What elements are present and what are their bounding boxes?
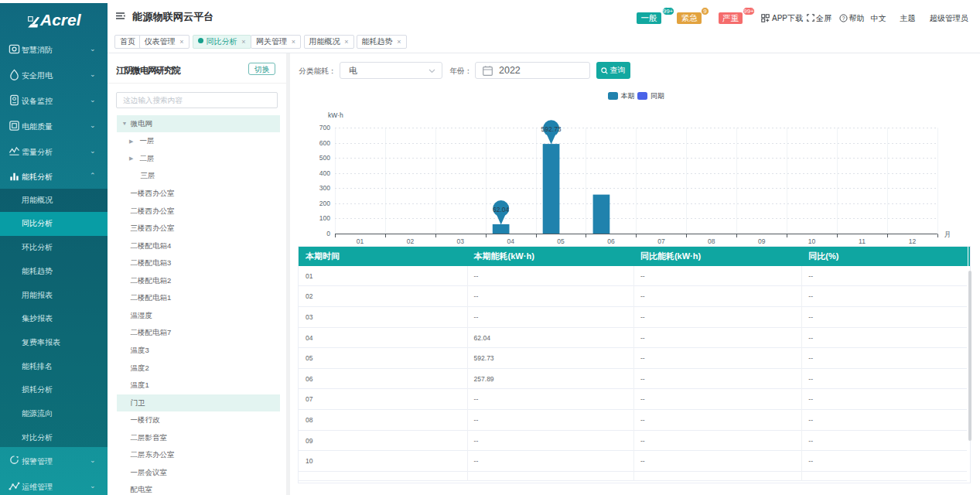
- svg-text:600: 600: [319, 139, 330, 147]
- svg-text:06: 06: [607, 237, 615, 245]
- svg-text:100: 100: [319, 214, 330, 222]
- svg-text:400: 400: [319, 169, 330, 177]
- svg-text:03: 03: [456, 237, 464, 245]
- svg-text:?: ?: [842, 15, 845, 20]
- svg-text:08: 08: [708, 237, 715, 245]
- svg-text:200: 200: [319, 200, 330, 207]
- svg-text:0: 0: [326, 230, 330, 237]
- svg-text:09: 09: [757, 237, 765, 245]
- svg-text:12: 12: [908, 237, 916, 245]
- svg-text:05: 05: [557, 237, 565, 245]
- svg-text:300: 300: [319, 184, 330, 192]
- svg-text:04: 04: [507, 237, 514, 245]
- svg-text:700: 700: [319, 124, 330, 131]
- svg-text:500: 500: [319, 154, 330, 162]
- svg-text:kW·h: kW·h: [328, 111, 343, 119]
- svg-text:592.73: 592.73: [541, 125, 561, 133]
- svg-text:月: 月: [944, 230, 951, 238]
- svg-text:01: 01: [356, 237, 364, 245]
- svg-text:62.04: 62.04: [493, 206, 510, 213]
- svg-text:11: 11: [859, 237, 866, 245]
- svg-text:02: 02: [406, 237, 414, 245]
- svg-text:10: 10: [808, 237, 815, 245]
- svg-text:07: 07: [657, 237, 665, 245]
